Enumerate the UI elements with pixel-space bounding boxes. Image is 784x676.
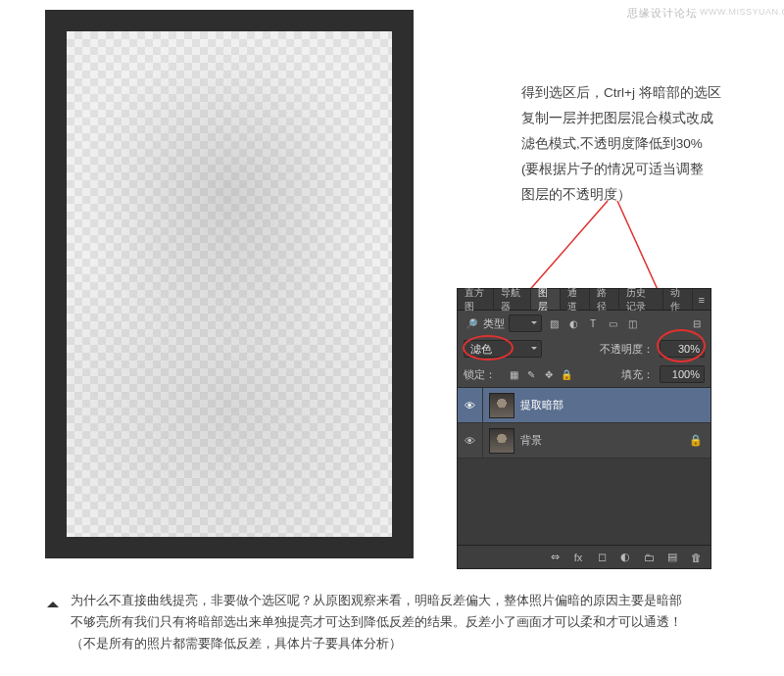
filter-adjust-icon[interactable]: ◐ [565, 316, 581, 330]
note-triangle-marker [47, 596, 59, 607]
panel-bottom-bar: ⇔ fx ◻ ◐ 🗀 ▤ 🗑 [458, 545, 710, 568]
blend-mode-select[interactable]: 滤色 [464, 340, 542, 358]
lock-all-icon[interactable]: 🔒 [559, 367, 574, 381]
layer-row-background[interactable]: 👁 背景 🔒 [458, 423, 710, 459]
tab-channels[interactable]: 通道 [561, 289, 590, 310]
layer-row-extract-dark[interactable]: 👁 提取暗部 [458, 388, 710, 423]
eye-icon: 👁 [465, 435, 475, 447]
document-frame [45, 10, 414, 558]
panel-menu-icon[interactable]: ≡ [693, 289, 710, 310]
filter-smart-icon[interactable]: ◫ [624, 316, 640, 330]
group-icon[interactable]: 🗀 [638, 549, 660, 566]
link-layers-icon[interactable]: ⇔ [544, 549, 565, 566]
visibility-toggle[interactable]: 👁 [458, 423, 483, 458]
filter-label: 类型 [483, 316, 505, 331]
new-layer-icon[interactable]: ▤ [662, 549, 683, 566]
lock-position-icon[interactable]: ✥ [541, 367, 557, 381]
adjustment-layer-icon[interactable]: ◐ [614, 549, 636, 566]
fill-input[interactable]: 100% [660, 365, 705, 383]
watermark-url: WWW.MISSYUAN.COM [700, 7, 784, 17]
layer-filter-row: 🔎 类型 ▧ ◐ T ▭ ◫ ⊟ [458, 311, 710, 336]
filter-type-icon[interactable]: T [585, 316, 601, 330]
lock-transparency-icon[interactable]: ▦ [506, 367, 521, 381]
visibility-toggle[interactable]: 👁 [458, 388, 483, 422]
instruction-line: 滤色模式,不透明度降低到30% [521, 131, 766, 157]
opacity-input[interactable]: 30% [660, 340, 705, 358]
layer-name-label: 提取暗部 [520, 398, 564, 412]
note-line: 不够亮所有我们只有将暗部选出来单独提亮才可达到降低反差的结果。反差小了画面才可以… [71, 611, 747, 633]
lock-icons-group: ▦ ✎ ✥ 🔒 [506, 367, 574, 381]
layer-name-label: 背景 [520, 433, 542, 448]
tab-navigator[interactable]: 导航器 [494, 289, 530, 310]
tab-actions[interactable]: 动作 [663, 289, 693, 310]
layer-mask-icon[interactable]: ◻ [591, 549, 612, 566]
transparency-canvas[interactable] [67, 31, 392, 537]
instruction-line: (要根据片子的情况可适当调整 [521, 157, 766, 182]
layer-list: 👁 提取暗部 👁 背景 🔒 [458, 387, 710, 545]
lock-fill-row: 锁定： ▦ ✎ ✥ 🔒 填充： 100% [458, 362, 710, 387]
search-icon[interactable]: 🔎 [464, 316, 479, 330]
instruction-line: 得到选区后，Ctrl+j 将暗部的选区 [521, 80, 766, 106]
filter-kind-select[interactable] [509, 314, 542, 332]
opacity-label: 不透明度： [600, 342, 654, 357]
filter-toggle-icon[interactable]: ⊟ [689, 316, 705, 330]
lock-label: 锁定： [464, 367, 496, 382]
bottom-note: 为什么不直接曲线提亮，非要做个选区呢？从原图观察来看，明暗反差偏大，整体照片偏暗… [71, 590, 747, 654]
layers-panel: 直方图 导航器 图层 通道 路径 历史记录 动作 ≡ 🔎 类型 ▧ ◐ T ▭ … [457, 288, 711, 569]
lock-icon: 🔒 [689, 434, 703, 447]
tab-paths[interactable]: 路径 [590, 289, 619, 310]
tab-layers[interactable]: 图层 [531, 289, 561, 310]
layer-list-empty-area[interactable] [458, 459, 710, 545]
layer-style-icon[interactable]: fx [567, 549, 589, 566]
filter-pixel-icon[interactable]: ▧ [546, 316, 562, 330]
eye-icon: 👁 [465, 400, 475, 411]
blend-opacity-row: 滤色 不透明度： 30% [458, 336, 710, 362]
instruction-text: 得到选区后，Ctrl+j 将暗部的选区 复制一层并把图层混合模式改成 滤色模式,… [521, 80, 766, 208]
layer-thumbnail[interactable] [489, 428, 514, 454]
panel-tabstrip: 直方图 导航器 图层 通道 路径 历史记录 动作 ≡ [458, 289, 710, 311]
note-line: （不是所有的照片都需要降低反差，具体片子要具体分析） [71, 633, 747, 654]
layer-thumbnail[interactable] [489, 393, 514, 418]
watermark-site: 思缘设计论坛 [627, 6, 698, 21]
tab-histogram[interactable]: 直方图 [458, 289, 494, 310]
tab-history[interactable]: 历史记录 [619, 289, 663, 310]
filter-shape-icon[interactable]: ▭ [605, 316, 620, 330]
delete-layer-icon[interactable]: 🗑 [685, 549, 707, 566]
fill-label: 填充： [621, 367, 654, 382]
note-line: 为什么不直接曲线提亮，非要做个选区呢？从原图观察来看，明暗反差偏大，整体照片偏暗… [71, 590, 747, 611]
lock-pixels-icon[interactable]: ✎ [523, 367, 539, 381]
instruction-line: 图层的不透明度） [521, 182, 766, 208]
instruction-line: 复制一层并把图层混合模式改成 [521, 106, 766, 131]
